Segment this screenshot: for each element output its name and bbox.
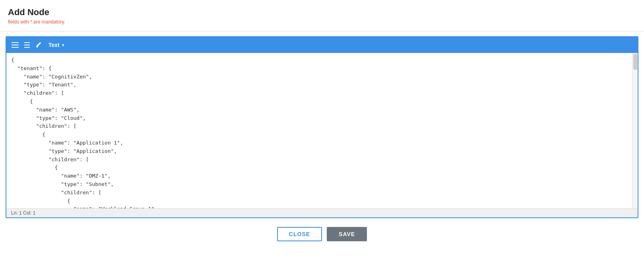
editor-position: Ln: 1 Col: 1	[11, 210, 35, 216]
lines-icon[interactable]	[22, 40, 32, 50]
editor-body[interactable]: { "tenant": { "name": "CognitivZen", "ty…	[6, 53, 638, 208]
svg-rect-2	[12, 47, 19, 48]
editor-body-wrapper: { "tenant": { "name": "CognitivZen", "ty…	[6, 53, 638, 208]
editor-toolbar: Text ▼	[6, 37, 638, 53]
header-divider	[0, 31, 644, 31]
chevron-down-icon: ▼	[61, 43, 65, 47]
svg-rect-1	[12, 45, 19, 45]
editor-container: Text ▼ { "tenant": { "name": "CognitivZe…	[6, 36, 638, 218]
svg-rect-4	[24, 45, 30, 45]
svg-rect-3	[24, 42, 30, 43]
scrollbar[interactable]	[632, 53, 638, 208]
svg-rect-5	[24, 47, 30, 48]
text-format-label: Text	[48, 42, 60, 48]
wrench-icon[interactable]	[34, 40, 44, 50]
close-button[interactable]: CLOSE	[277, 227, 322, 241]
page-subtitle: fields with * are mandatory.	[8, 19, 636, 25]
page-title: Add Node	[8, 7, 636, 18]
save-button[interactable]: SAVE	[327, 227, 367, 241]
editor-status-bar: Ln: 1 Col: 1	[6, 208, 638, 217]
page-header: Add Node fields with * are mandatory.	[0, 0, 644, 28]
svg-rect-0	[12, 42, 19, 43]
page-wrapper: Add Node fields with * are mandatory.	[0, 0, 644, 249]
list-icon[interactable]	[10, 40, 20, 50]
text-format-button[interactable]: Text ▼	[46, 41, 68, 49]
scrollbar-thumb[interactable]	[633, 54, 637, 70]
editor-content[interactable]: { "tenant": { "name": "CognitivZen", "ty…	[11, 56, 633, 208]
footer-buttons: CLOSE SAVE	[0, 227, 644, 249]
